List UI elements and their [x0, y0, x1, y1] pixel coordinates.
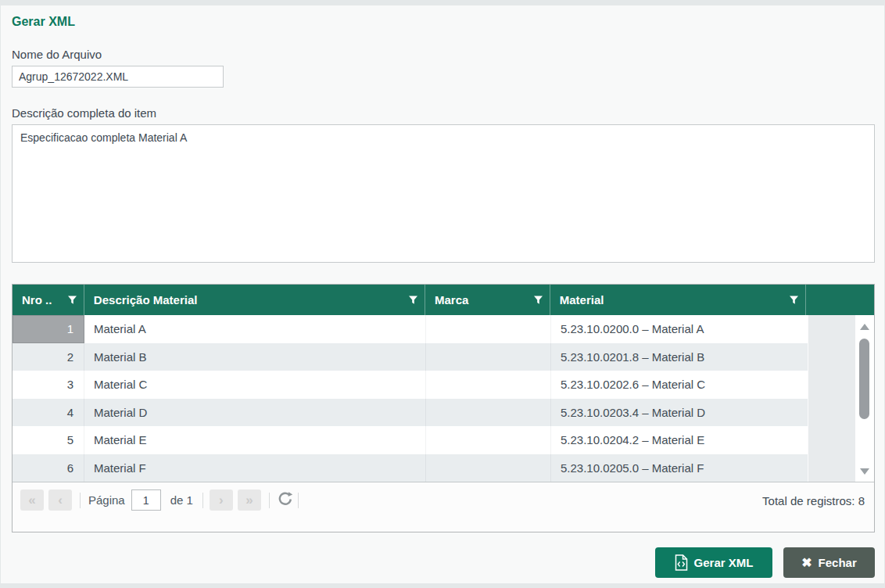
table-row[interactable]: 5 Material E 5.23.10.0204.2 – Material E — [13, 426, 808, 454]
scrollbar-thumb[interactable] — [859, 339, 869, 419]
description-textarea[interactable]: Especificacao completa Material A — [12, 124, 875, 263]
close-icon: ✖ — [801, 555, 812, 570]
cell-descricao[interactable]: Material E — [84, 426, 426, 454]
prev-page-icon: ‹ — [58, 493, 63, 507]
refresh-button[interactable] — [278, 491, 293, 507]
page-number-input[interactable] — [131, 489, 161, 511]
table-row[interactable]: 3 Material C 5.23.10.0202.6 – Material C — [13, 371, 808, 399]
gerar-xml-button-label: Gerar XML — [694, 556, 754, 569]
first-page-icon: « — [28, 493, 35, 507]
cell-material[interactable]: 5.23.10.0203.4 – Material D — [551, 399, 808, 427]
filter-icon[interactable] — [408, 296, 418, 305]
materials-table: Nro .. Descrição Material Marca Material — [12, 284, 875, 532]
gerar-xml-button[interactable]: Gerar XML — [655, 547, 772, 578]
table-spacer-column — [808, 315, 855, 482]
cell-nro[interactable]: 6 — [13, 454, 84, 482]
table-row[interactable]: 6 Material F 5.23.10.0205.0 – Material F — [13, 454, 808, 482]
column-header-descricao[interactable]: Descrição Material — [84, 285, 425, 315]
cell-material[interactable]: 5.23.10.0202.6 – Material C — [551, 371, 808, 399]
prev-page-button[interactable]: ‹ — [48, 489, 72, 511]
cell-marca[interactable] — [426, 315, 551, 343]
cell-material[interactable]: 5.23.10.0204.2 – Material E — [551, 426, 808, 454]
cell-nro-selected[interactable]: 1 — [13, 315, 84, 343]
cell-descricao[interactable]: Material B — [84, 343, 426, 371]
next-page-button[interactable]: › — [210, 489, 233, 511]
pagination-bar: « ‹ Página de 1 › » — [13, 482, 874, 532]
cell-nro[interactable]: 2 — [13, 343, 84, 371]
cell-descricao[interactable]: Material C — [84, 371, 426, 399]
cell-descricao[interactable]: Material F — [84, 454, 426, 482]
vertical-scrollbar[interactable] — [855, 315, 874, 482]
cell-material[interactable]: 5.23.10.0200.0 – Material A — [551, 315, 808, 343]
fechar-button-label: Fechar — [819, 556, 857, 569]
page-title: Gerar XML — [12, 15, 873, 29]
cell-marca[interactable] — [426, 371, 551, 399]
refresh-icon — [278, 491, 293, 507]
cell-marca[interactable] — [426, 399, 551, 427]
table-row[interactable]: 2 Material B 5.23.10.0201.8 – Material B — [13, 343, 808, 371]
last-page-button[interactable]: » — [238, 489, 261, 511]
filter-icon[interactable] — [533, 296, 543, 305]
table-rows: 1 Material A 5.23.10.0200.0 – Material A… — [13, 315, 808, 482]
gerar-xml-panel: Gerar XML Nome do Arquivo Descrição comp… — [1, 5, 884, 583]
table-header: Nro .. Descrição Material Marca Material — [13, 285, 874, 315]
table-row[interactable]: 4 Material D 5.23.10.0203.4 – Material D — [13, 399, 808, 427]
column-header-material-label: Material — [560, 293, 786, 307]
separator — [298, 493, 299, 508]
first-page-button[interactable]: « — [20, 489, 44, 511]
xml-file-icon — [675, 554, 688, 571]
cell-marca[interactable] — [426, 454, 551, 482]
filter-icon[interactable] — [789, 296, 799, 305]
description-label: Descrição completa do item — [12, 106, 873, 120]
scroll-up-icon[interactable] — [860, 324, 869, 330]
column-header-material[interactable]: Material — [550, 285, 806, 315]
page-of-label: de 1 — [170, 489, 193, 511]
column-header-empty — [806, 285, 874, 315]
separator — [80, 493, 81, 508]
file-name-input[interactable] — [12, 66, 224, 88]
cell-material[interactable]: 5.23.10.0201.8 – Material B — [551, 343, 808, 371]
column-header-nro[interactable]: Nro .. — [13, 285, 84, 315]
file-name-label: Nome do Arquivo — [12, 48, 873, 61]
separator — [269, 493, 270, 508]
filter-icon[interactable] — [67, 296, 77, 305]
cell-marca[interactable] — [426, 343, 551, 371]
cell-descricao[interactable]: Material A — [84, 315, 426, 343]
column-header-nro-label: Nro .. — [22, 293, 64, 307]
page-label: Página — [88, 489, 125, 511]
table-body: 1 Material A 5.23.10.0200.0 – Material A… — [13, 315, 874, 482]
cell-marca[interactable] — [426, 426, 551, 454]
next-page-icon: › — [219, 493, 224, 507]
fechar-button[interactable]: ✖ Fechar — [783, 547, 875, 578]
last-page-icon: » — [245, 493, 253, 507]
cell-descricao[interactable]: Material D — [84, 399, 426, 427]
column-header-marca[interactable]: Marca — [425, 285, 550, 315]
separator — [202, 493, 203, 508]
cell-nro[interactable]: 4 — [13, 399, 84, 427]
scroll-down-icon[interactable] — [860, 468, 869, 475]
cell-material[interactable]: 5.23.10.0205.0 – Material F — [551, 454, 808, 482]
column-header-descricao-label: Descrição Material — [94, 293, 405, 307]
table-row[interactable]: 1 Material A 5.23.10.0200.0 – Material A — [13, 315, 808, 343]
column-header-marca-label: Marca — [435, 293, 530, 307]
cell-nro[interactable]: 3 — [13, 371, 84, 399]
action-buttons: Gerar XML ✖ Fechar — [12, 547, 875, 578]
cell-nro[interactable]: 5 — [13, 426, 84, 454]
total-records-label: Total de registros: 8 — [762, 489, 865, 512]
